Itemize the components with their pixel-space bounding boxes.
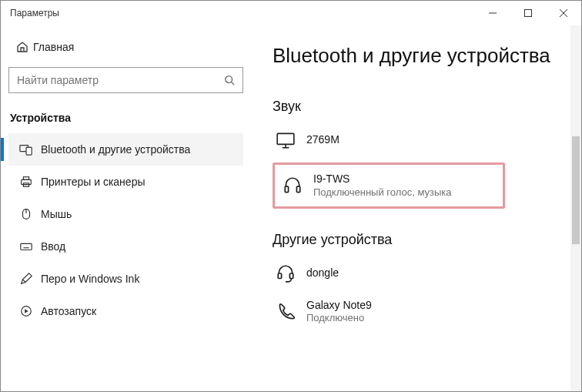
window-controls bbox=[475, 1, 581, 25]
svg-rect-13 bbox=[21, 243, 32, 250]
svg-rect-7 bbox=[26, 147, 32, 155]
search-input[interactable] bbox=[17, 74, 224, 86]
home-link[interactable]: Главная bbox=[8, 35, 243, 59]
highlighted-device: I9-TWS Подключенный голос, музыка bbox=[273, 162, 505, 209]
device-status: Подключенный голос, музыка bbox=[313, 186, 452, 199]
mouse-icon bbox=[19, 207, 41, 221]
device-dongle[interactable]: dongle bbox=[273, 259, 566, 288]
other-group-title: Другие устройства bbox=[273, 232, 566, 248]
page-title: Bluetooth и другие устройства bbox=[273, 44, 566, 68]
search-icon bbox=[224, 75, 235, 85]
sidebar-item-label: Автозапуск bbox=[41, 305, 96, 317]
svg-rect-8 bbox=[22, 179, 32, 184]
minimize-button[interactable] bbox=[475, 1, 510, 25]
scrollbar[interactable] bbox=[570, 25, 581, 392]
autoplay-icon bbox=[19, 304, 41, 318]
scrollbar-thumb[interactable] bbox=[572, 136, 580, 244]
svg-rect-9 bbox=[23, 177, 28, 180]
keyboard-icon bbox=[19, 240, 41, 253]
titlebar: Параметры bbox=[1, 1, 581, 25]
svg-rect-24 bbox=[285, 186, 288, 193]
printer-icon bbox=[19, 175, 41, 189]
search-box[interactable] bbox=[8, 67, 243, 93]
home-icon bbox=[16, 41, 33, 53]
sidebar-item-pen[interactable]: Перо и Windows Ink bbox=[8, 263, 243, 295]
sidebar-item-autoplay[interactable]: Автозапуск bbox=[8, 295, 243, 327]
sidebar-item-printers[interactable]: Принтеры и сканеры bbox=[8, 166, 243, 198]
headphones-icon bbox=[283, 176, 313, 196]
window-title: Параметры bbox=[10, 8, 475, 18]
sidebar-item-label: Перо и Windows Ink bbox=[41, 273, 139, 285]
svg-line-5 bbox=[232, 82, 235, 85]
headset-icon bbox=[276, 263, 306, 283]
sidebar-section-label: Устройства bbox=[8, 107, 243, 133]
device-name: Galaxy Note9 bbox=[306, 299, 372, 313]
home-label: Главная bbox=[33, 41, 74, 53]
sidebar-item-label: Принтеры и сканеры bbox=[41, 176, 145, 188]
device-name: 2769M bbox=[306, 133, 340, 147]
svg-rect-1 bbox=[525, 10, 532, 17]
sidebar-item-label: Ввод bbox=[41, 240, 65, 253]
sidebar-item-label: Bluetooth и другие устройства bbox=[41, 143, 190, 156]
sidebar-item-label: Мышь bbox=[41, 208, 72, 220]
svg-point-4 bbox=[226, 76, 232, 83]
svg-rect-21 bbox=[277, 133, 294, 144]
sidebar: Главная Устройства Bluetooth и другие ус… bbox=[1, 25, 251, 392]
sidebar-item-mouse[interactable]: Мышь bbox=[8, 198, 243, 230]
maximize-button[interactable] bbox=[510, 1, 546, 25]
pen-icon bbox=[19, 272, 41, 286]
svg-rect-25 bbox=[296, 186, 299, 193]
device-name: dongle bbox=[306, 266, 339, 280]
device-headphones[interactable]: I9-TWS Подключенный голос, музыка bbox=[281, 173, 497, 199]
device-name: I9-TWS bbox=[313, 173, 452, 186]
svg-rect-27 bbox=[289, 273, 293, 279]
devices-icon bbox=[19, 142, 41, 156]
audio-group-title: Звук bbox=[273, 99, 566, 115]
main-content: Bluetooth и другие устройства Звук 2769M… bbox=[251, 25, 581, 392]
device-monitor[interactable]: 2769M bbox=[273, 126, 566, 155]
sidebar-item-typing[interactable]: Ввод bbox=[8, 230, 243, 263]
sidebar-item-bluetooth[interactable]: Bluetooth и другие устройства bbox=[8, 133, 243, 166]
phone-icon bbox=[276, 302, 306, 322]
device-status: Подключено bbox=[306, 312, 372, 324]
svg-line-19 bbox=[23, 280, 26, 283]
svg-rect-26 bbox=[278, 273, 281, 279]
monitor-icon bbox=[276, 130, 306, 150]
device-phone[interactable]: Galaxy Note9 Подключено bbox=[273, 294, 566, 330]
close-button[interactable] bbox=[546, 1, 581, 25]
